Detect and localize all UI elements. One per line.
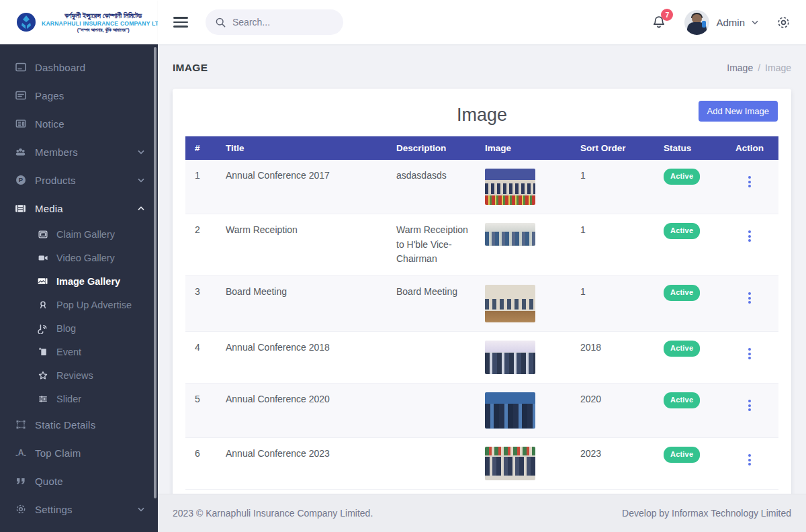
kebab-menu-icon[interactable]	[743, 290, 756, 306]
sidebar-item-label: Top Claim	[35, 447, 144, 459]
sidebar-item-event[interactable]: Event	[0, 340, 158, 363]
chevron-down-icon	[138, 178, 144, 183]
cell-index: 5	[185, 384, 218, 438]
footer-copyright: 2023 © Karnaphuli Insurance Company Limi…	[173, 508, 373, 519]
avatar	[684, 10, 709, 35]
status-badge: Active	[664, 223, 700, 239]
sidebar-item-label: Blog	[56, 323, 76, 334]
card-heading: Image	[185, 105, 778, 126]
pages-icon	[14, 89, 27, 102]
search-box[interactable]	[206, 9, 343, 35]
film-icon	[14, 202, 27, 215]
cell-title: Annual Conference 2023	[218, 438, 388, 490]
table-row: 6 Annual Conference 2023 2023 Active	[185, 438, 778, 490]
sidebar-item-label: Quote	[35, 476, 144, 487]
col-header-description: Description	[388, 136, 477, 160]
sidebar-item-products[interactable]: P Products	[0, 166, 158, 194]
sidebar-scrollbar[interactable]	[154, 47, 156, 498]
page-content: IMAGE Image / Image Image Add New Image …	[158, 44, 806, 494]
settings-button[interactable]	[776, 15, 791, 30]
cell-description: Warm Receiption to H'ble Vice-Chairman	[388, 214, 477, 276]
kebab-menu-icon[interactable]	[743, 397, 756, 414]
sidebar-item-quote[interactable]: Quote	[0, 467, 158, 495]
sidebar-item-label: Products	[35, 175, 138, 186]
col-header-status: Status	[656, 136, 721, 160]
main-column: 7 Admin IMAGE Image /	[158, 0, 806, 532]
brand-name-en: KARNAPHULI INSURANCE COMPANY LTD.	[42, 20, 165, 28]
sidebar-item-dashboard[interactable]: Dashboard	[0, 53, 158, 81]
image-thumbnail[interactable]	[485, 447, 535, 480]
kebab-menu-icon[interactable]	[743, 451, 756, 468]
sidebar-item-media[interactable]: Media	[0, 194, 158, 222]
sidebar-item-label: Static Details	[35, 419, 144, 431]
cell-title: Warm Receiption	[218, 214, 388, 276]
table-row: 4 Annual Conference 2018 2018 Active	[185, 332, 778, 384]
image-thumbnail[interactable]	[485, 223, 535, 246]
sidebar-nav: Dashboard Pages Notice Members	[0, 44, 158, 523]
brand-name-bn: কর্ণফুলী ইন্স্যুরেন্স কোম্পানী লিমিটেড	[42, 11, 165, 20]
status-badge: Active	[664, 392, 700, 408]
breadcrumb-parent[interactable]: Image	[727, 62, 753, 73]
kebab-menu-icon[interactable]	[743, 173, 756, 190]
sidebar-item-label: Media	[35, 203, 138, 214]
sidebar-item-slider[interactable]: Slider	[0, 387, 158, 410]
sidebar-item-claim-gallery[interactable]: Claim Gallery	[0, 222, 158, 246]
nodes-icon	[14, 418, 27, 431]
blog-icon	[37, 322, 48, 334]
sidebar-item-blog[interactable]: Blog	[0, 316, 158, 340]
sidebar-item-label: Claim Gallery	[56, 229, 115, 240]
cell-index: 4	[185, 332, 218, 384]
sidebar-item-settings[interactable]: Settings	[0, 495, 158, 523]
table-row: 3 Board Meeting Board Meeting 1 Active	[185, 276, 778, 332]
sidebar-item-label: Reviews	[56, 370, 93, 381]
user-name: Admin	[716, 17, 745, 28]
sidebar-item-label: Pages	[35, 90, 144, 101]
sidebar-item-label: Event	[56, 347, 81, 357]
sidebar-item-label: Members	[35, 146, 138, 158]
cell-sort-order: 2018	[572, 332, 656, 384]
col-header-title: Title	[218, 136, 388, 160]
cell-sort-order: 1	[572, 214, 656, 276]
kebab-menu-icon[interactable]	[743, 228, 756, 245]
image-thumbnail[interactable]	[485, 392, 535, 429]
sidebar-item-image-gallery[interactable]: Image Gallery	[0, 269, 158, 293]
sidebar-item-members[interactable]: Members	[0, 138, 158, 166]
brand-logo-icon	[16, 12, 36, 32]
image-gallery-icon	[37, 275, 48, 287]
star-icon	[37, 369, 48, 381]
cell-index: 3	[185, 276, 218, 332]
menu-icon[interactable]	[173, 17, 188, 28]
add-new-image-button[interactable]: Add New Image	[699, 101, 778, 122]
topbar: 7 Admin	[158, 0, 806, 44]
sidebar-item-reviews[interactable]: Reviews	[0, 363, 158, 387]
app-root: কর্ণফুলী ইন্স্যুরেন্স কোম্পানী লিমিটেড K…	[0, 0, 806, 532]
cell-sort-order: 1	[572, 276, 656, 332]
table-row: 2 Warm Receiption Warm Receiption to H'b…	[185, 214, 778, 276]
image-thumbnail[interactable]	[485, 285, 535, 322]
svg-text:P: P	[18, 176, 23, 183]
kebab-menu-icon[interactable]	[743, 345, 756, 362]
notifications-button[interactable]: 7	[651, 14, 667, 30]
dashboard-icon	[14, 61, 27, 74]
image-thumbnail[interactable]	[485, 341, 535, 374]
sidebar-item-top-claim[interactable]: A Top Claim	[0, 439, 158, 467]
topbar-right: 7 Admin	[651, 10, 791, 35]
image-thumbnail[interactable]	[485, 169, 535, 205]
cell-title: Annual Conference 2018	[218, 332, 388, 384]
sidebar-item-notice[interactable]: Notice	[0, 109, 158, 138]
sidebar-item-label: Settings	[35, 504, 138, 515]
sidebar-item-static-details[interactable]: Static Details	[0, 410, 158, 439]
sidebar-item-label: Notice	[35, 118, 144, 130]
search-input[interactable]	[232, 17, 326, 28]
sidebar-item-video-gallery[interactable]: Video Gallery	[0, 246, 158, 269]
user-menu[interactable]: Admin	[684, 10, 758, 35]
brand-logo[interactable]: কর্ণফুলী ইন্স্যুরেন্স কোম্পানী লিমিটেড K…	[0, 0, 158, 44]
sidebar-item-pages[interactable]: Pages	[0, 81, 158, 109]
font-a-icon: A	[14, 447, 27, 459]
sidebar-item-label: Dashboard	[35, 62, 144, 73]
cell-title: Board Meeting	[218, 276, 388, 332]
sidebar-item-pop-up-advertise[interactable]: Pop Up Advertise	[0, 293, 158, 316]
claim-gallery-icon	[37, 228, 48, 240]
sidebar: কর্ণফুলী ইন্স্যুরেন্স কোম্পানী লিমিটেড K…	[0, 0, 158, 532]
breadcrumb-current: Image	[765, 62, 791, 73]
